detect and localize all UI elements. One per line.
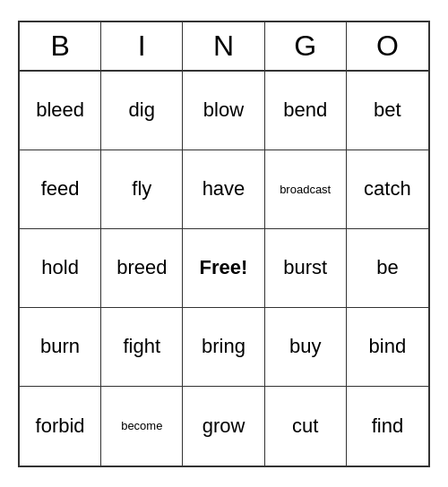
bingo-grid: bleeddigblowbendbetfeedflyhavebroadcastc… [20, 72, 428, 466]
cell-text-r4-c2: fight [123, 335, 160, 358]
cell-text-r3-c4: burst [283, 256, 327, 279]
cell-text-r1-c4: bend [283, 98, 327, 122]
header-cell-g: G [265, 22, 347, 70]
cell-text-r2-c5: catch [364, 177, 411, 201]
header-cell-i: I [101, 22, 183, 70]
cell-text-r5-c3: grow [202, 414, 246, 438]
cell-text-r4-c1: burn [40, 335, 80, 358]
cell-r5-c1: forbid [20, 387, 101, 466]
cell-r1-c2: dig [101, 72, 183, 150]
header-cell-b: B [20, 22, 101, 70]
cell-r1-c1: bleed [20, 72, 101, 150]
cell-text-r1-c2: dig [129, 98, 155, 122]
cell-r4-c4: buy [265, 308, 347, 387]
header-cell-o: O [347, 22, 428, 70]
cell-text-r3-c2: breed [116, 256, 167, 279]
cell-text-r4-c5: bind [369, 335, 407, 358]
cell-r5-c4: cut [265, 387, 347, 466]
cell-r3-c3: Free! [183, 229, 264, 308]
cell-text-r2-c2: fly [132, 177, 151, 201]
cell-r1-c5: bet [347, 72, 428, 150]
cell-r3-c5: be [347, 229, 428, 308]
cell-r2-c2: fly [101, 150, 183, 229]
cell-r5-c3: grow [183, 387, 264, 466]
cell-text-r5-c4: cut [292, 414, 318, 438]
cell-r2-c5: catch [347, 150, 428, 229]
cell-r3-c2: breed [101, 229, 183, 308]
cell-text-r1-c1: bleed [36, 98, 84, 122]
cell-text-r2-c4: broadcast [280, 183, 331, 196]
cell-text-r1-c3: blow [203, 98, 244, 122]
cell-text-r5-c1: forbid [36, 414, 85, 438]
cell-text-r4-c4: buy [289, 335, 321, 358]
cell-r4-c1: burn [20, 308, 101, 387]
cell-r4-c3: bring [183, 308, 264, 387]
cell-r2-c3: have [183, 150, 264, 229]
cell-r5-c5: find [347, 387, 428, 466]
header-cell-n: N [183, 22, 264, 70]
cell-r1-c3: blow [183, 72, 264, 150]
bingo-header: BINGO [20, 22, 428, 72]
cell-r5-c2: become [101, 387, 183, 466]
cell-text-r2-c1: feed [41, 177, 80, 201]
cell-text-r3-c3: Free! [200, 256, 248, 279]
cell-text-r5-c2: become [121, 419, 162, 432]
cell-r4-c2: fight [101, 308, 183, 387]
cell-text-r5-c5: find [372, 414, 403, 438]
bingo-card: BINGO bleeddigblowbendbetfeedflyhavebroa… [18, 21, 430, 467]
cell-text-r1-c5: bet [374, 98, 401, 122]
cell-r4-c5: bind [347, 308, 428, 387]
cell-r2-c4: broadcast [265, 150, 347, 229]
cell-r3-c4: burst [265, 229, 347, 308]
cell-r2-c1: feed [20, 150, 101, 229]
cell-text-r3-c1: hold [41, 256, 79, 279]
cell-text-r2-c3: have [202, 177, 246, 201]
cell-r1-c4: bend [265, 72, 347, 150]
cell-r3-c1: hold [20, 229, 101, 308]
cell-text-r4-c3: bring [202, 335, 246, 358]
cell-text-r3-c5: be [376, 256, 398, 279]
